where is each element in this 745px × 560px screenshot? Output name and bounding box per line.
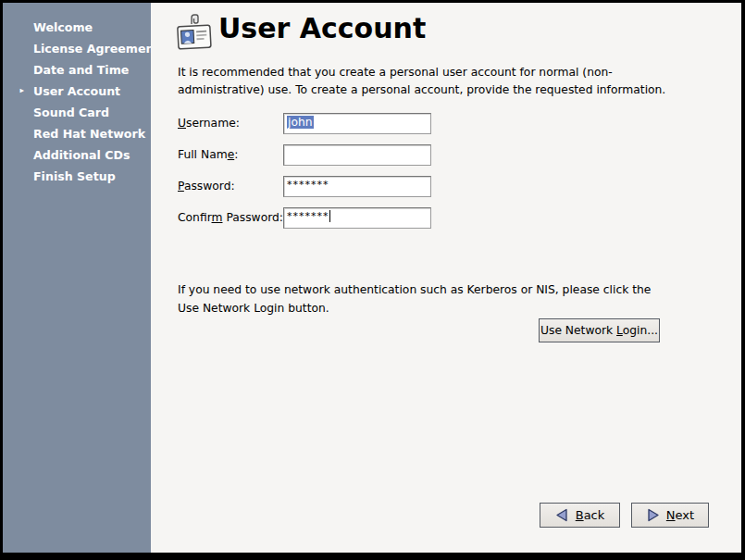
sidebar-item-user-account[interactable]: ‣ User Account bbox=[3, 81, 151, 102]
intro-text: It is recommended that you create a pers… bbox=[178, 64, 665, 99]
back-arrow-icon bbox=[555, 508, 569, 522]
label-text: assword: bbox=[184, 180, 235, 193]
sidebar-item-welcome[interactable]: Welcome bbox=[3, 17, 151, 38]
label-accelerator: N bbox=[666, 508, 676, 522]
back-button[interactable]: Back bbox=[540, 503, 620, 528]
label-accelerator: B bbox=[576, 508, 584, 522]
network-auth-note: If you need to use network authenticatio… bbox=[178, 280, 651, 317]
label-text: sername: bbox=[186, 117, 240, 130]
sidebar-item-date-and-time[interactable]: Date and Time bbox=[3, 59, 151, 81]
main-panel: User Account It is recommended that you … bbox=[151, 3, 741, 553]
label-text: Full Nam bbox=[178, 148, 228, 161]
label-text: Confir bbox=[178, 211, 212, 224]
sidebar-item-label: Red Hat Network bbox=[33, 127, 145, 141]
button-label: Back bbox=[576, 508, 605, 522]
confirm-password-input[interactable]: ******* bbox=[283, 207, 431, 229]
username-label: Username: bbox=[178, 117, 240, 130]
sidebar-item-label: Additional CDs bbox=[33, 148, 130, 162]
sidebar-item-red-hat-network[interactable]: Red Hat Network bbox=[3, 123, 151, 144]
button-label: Use Network Login... bbox=[540, 324, 658, 337]
firstboot-window: { "sidebar": { "active_marker": "\u2023"… bbox=[0, 0, 745, 560]
fullname-input[interactable] bbox=[283, 144, 431, 166]
password-label: Password: bbox=[178, 180, 235, 193]
label-text: ext bbox=[676, 508, 695, 522]
sidebar-item-label: Finish Setup bbox=[33, 169, 116, 183]
active-step-arrow-icon: ‣ bbox=[19, 81, 25, 102]
intro-line-2: administrative) use. To create a persona… bbox=[178, 83, 665, 96]
next-arrow-icon bbox=[646, 508, 660, 522]
fullname-label: Full Name: bbox=[178, 148, 238, 161]
label-text: ack bbox=[584, 508, 605, 522]
sidebar-item-license-agreement[interactable]: License Agreement bbox=[3, 38, 151, 59]
sidebar-item-label: Sound Card bbox=[33, 106, 109, 119]
password-input[interactable]: ******* bbox=[283, 176, 431, 197]
sidebar-item-sound-card[interactable]: Sound Card bbox=[3, 102, 151, 123]
sidebar-item-label: Date and Time bbox=[33, 63, 129, 77]
id-badge-icon bbox=[175, 13, 214, 54]
intro-line-1: It is recommended that you create a pers… bbox=[178, 66, 613, 79]
sidebar-item-label: User Account bbox=[33, 84, 120, 98]
sidebar-item-additional-cds[interactable]: Additional CDs bbox=[3, 144, 151, 166]
next-button[interactable]: Next bbox=[631, 503, 709, 528]
network-note-line-2: Use Network Login button. bbox=[178, 302, 329, 315]
page-title: User Account bbox=[218, 12, 426, 44]
wizard-window: Welcome License Agreement Date and Time … bbox=[3, 3, 741, 553]
username-input[interactable]: john bbox=[283, 113, 431, 134]
label-accelerator: L bbox=[616, 324, 623, 337]
label-text: Use Network bbox=[540, 324, 616, 337]
label-accelerator: m bbox=[212, 211, 223, 224]
label-accelerator: P bbox=[178, 180, 184, 193]
wizard-step-sidebar: Welcome License Agreement Date and Time … bbox=[3, 3, 151, 553]
network-note-line-1: If you need to use network authenticatio… bbox=[178, 283, 651, 296]
button-label: Next bbox=[666, 508, 694, 522]
confirm-password-label: Confirm Password: bbox=[178, 211, 283, 224]
label-text: ogin... bbox=[623, 324, 658, 337]
use-network-login-button[interactable]: Use Network Login... bbox=[539, 318, 660, 342]
selected-text: john bbox=[287, 116, 314, 129]
label-text: Password: bbox=[222, 211, 283, 224]
masked-password-text: ******* bbox=[287, 179, 329, 191]
sidebar-item-label: License Agreement bbox=[33, 42, 159, 56]
sidebar-item-label: Welcome bbox=[33, 20, 93, 34]
masked-password-text: ******* bbox=[287, 210, 329, 222]
label-accelerator: U bbox=[178, 117, 186, 130]
sidebar-item-finish-setup[interactable]: Finish Setup bbox=[3, 166, 151, 187]
label-text: : bbox=[234, 148, 238, 161]
